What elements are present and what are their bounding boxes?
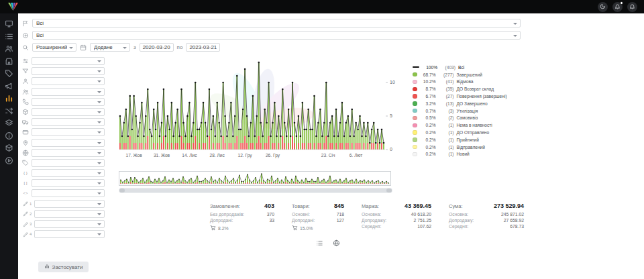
date-from-label: з [133, 44, 136, 50]
orders-chart[interactable]: 051017. Жов31. Жов14. Лис28. Лис12. Гру2… [117, 58, 410, 166]
custom-field-4-select[interactable] [34, 230, 105, 238]
automation-nav-icon[interactable] [5, 107, 13, 115]
legend-item[interactable]: 68.7%(277)Завершений [413, 71, 541, 78]
store-nav-icon[interactable] [5, 57, 13, 66]
custom-field-2-select[interactable] [34, 210, 105, 218]
user-filter-select[interactable] [32, 77, 105, 85]
notification-badge [620, 1, 623, 5]
legend-item[interactable]: 0.2%(1)Новий [413, 151, 541, 158]
custom-field-1-select[interactable] [34, 200, 105, 208]
orders-filter-select[interactable]: Всі [32, 19, 521, 27]
location-icon [22, 140, 29, 146]
overview-chart[interactable] [119, 171, 391, 186]
color-swatch [413, 116, 417, 121]
tag-filter-select[interactable] [32, 159, 105, 167]
braces-filter-select[interactable] [32, 169, 105, 177]
marketing-nav-icon[interactable] [5, 82, 13, 91]
legend-item[interactable]: 0.2%(1)Відправлений [413, 144, 541, 151]
cart-icon [292, 225, 298, 231]
phone-filter-select[interactable] [32, 98, 105, 106]
product-filter-select[interactable] [32, 108, 105, 116]
date-to-input[interactable]: 2023-03-21 [186, 43, 220, 52]
legend-item[interactable]: 6.7%(27)Повернення (завершені) [413, 93, 541, 100]
app-logo[interactable] [8, 2, 18, 11]
integrations-nav-icon[interactable] [5, 119, 13, 127]
chevron-down-icon [97, 233, 101, 235]
apply-button[interactable]: Застосувати [38, 262, 89, 272]
chevron-down-icon [97, 131, 101, 133]
map-view-button[interactable] [333, 239, 340, 247]
color-swatch [413, 137, 417, 142]
brackets-filter-select[interactable] [32, 179, 105, 187]
date-field-select[interactable]: Додане [90, 43, 130, 52]
list-view-button[interactable] [316, 239, 323, 247]
notifications-button[interactable] [612, 2, 623, 12]
chevron-down-icon [513, 35, 517, 37]
legend-item[interactable]: 0.2%(1)Нема в наявності [413, 121, 541, 129]
tags-nav-icon[interactable] [5, 69, 13, 78]
chevron-down-icon [97, 162, 101, 164]
chevron-down-icon [97, 192, 101, 194]
chevron-down-icon [97, 182, 101, 184]
customers-nav-icon[interactable] [5, 44, 13, 53]
filter-panel: { }[ ]<> 1234 Застосувати [18, 54, 109, 279]
view-toggles [316, 239, 644, 247]
legend-item[interactable]: 10.2%(41)Відмова [413, 78, 541, 86]
svg-text:{ }: { } [23, 170, 28, 175]
custom-field-3-select[interactable] [34, 220, 105, 228]
legend-item[interactable]: 100%(403)Всі [413, 64, 541, 71]
chart-scrollbar[interactable] [119, 188, 392, 193]
brackets-icon: [ ] [22, 180, 29, 186]
status-filter-select[interactable]: Всі [32, 31, 521, 40]
color-swatch [413, 109, 417, 113]
location-filter-select[interactable] [32, 139, 105, 147]
scrollbar-handle[interactable] [119, 188, 392, 192]
payment-filter-select[interactable] [32, 128, 105, 136]
chevron-down-icon [123, 47, 127, 49]
dashboard-nav-icon[interactable] [5, 19, 13, 28]
info-nav-icon[interactable] [5, 131, 13, 140]
globe-filter-select[interactable] [32, 149, 105, 157]
date-from-input[interactable]: 2020-03-20 [140, 43, 174, 52]
color-swatch [413, 80, 417, 85]
legend-item[interactable]: 0.5%(2)Самовивіз [413, 115, 541, 122]
delivery-filter-select[interactable] [32, 118, 105, 126]
theme-toggle-button[interactable] [598, 2, 608, 12]
legend-item[interactable]: 0.2%(1)ДО Отправлено [413, 129, 541, 136]
braces-icon: { } [22, 170, 29, 176]
search-mode-select[interactable]: Розширений [32, 43, 76, 52]
color-swatch [413, 145, 417, 150]
scrollbar-grip-left[interactable] [119, 188, 125, 192]
svg-text:17. Жов: 17. Жов [126, 153, 143, 158]
funnel-filter-select[interactable] [32, 67, 105, 75]
chevron-down-icon [69, 47, 73, 49]
stat-col: Маржа:43 369.45Основна:40 618.20Допродаж… [362, 203, 431, 231]
orders-nav-icon[interactable] [5, 32, 13, 41]
main-area: 051017. Жов31. Жов14. Лис28. Лис12. Гру2… [109, 54, 644, 279]
stat-col: Товари:845Основні:718Допродані:12715.0% [292, 203, 344, 231]
variable-filter-select[interactable] [32, 189, 105, 197]
legend-item[interactable]: 3.2%(13)ДО Завершено [413, 100, 541, 107]
stats-row: Замовлення:403Без допродажів:370Допродан… [210, 203, 644, 231]
legend-item[interactable]: 8.7%(35)ДО Возврат склад [413, 85, 541, 93]
analytics-nav-icon[interactable] [5, 94, 13, 103]
legend-item[interactable]: 0.2%(1)Прийнятий [413, 136, 541, 144]
chevron-down-icon [97, 152, 101, 154]
color-swatch [413, 72, 417, 77]
custom-field-number: 4 [30, 232, 32, 236]
chart-icon [44, 264, 50, 270]
products-nav-icon[interactable] [5, 144, 13, 152]
chevron-down-icon [97, 213, 101, 215]
legend-item[interactable]: 0.7%(3)Утилізація [413, 107, 541, 115]
svg-text:28. Лис: 28. Лис [210, 153, 225, 158]
scrollbar-grip-right[interactable] [386, 188, 392, 192]
color-swatch [413, 123, 417, 128]
phone-icon [22, 99, 29, 105]
sliders-filter-select[interactable] [32, 57, 105, 65]
custom-filter-list: 1234 [22, 200, 105, 241]
cart-icon [210, 225, 216, 231]
alerts-button[interactable] [627, 2, 637, 12]
media-nav-icon[interactable] [5, 156, 13, 165]
topbar [0, 0, 644, 13]
team-filter-select[interactable] [32, 88, 105, 96]
